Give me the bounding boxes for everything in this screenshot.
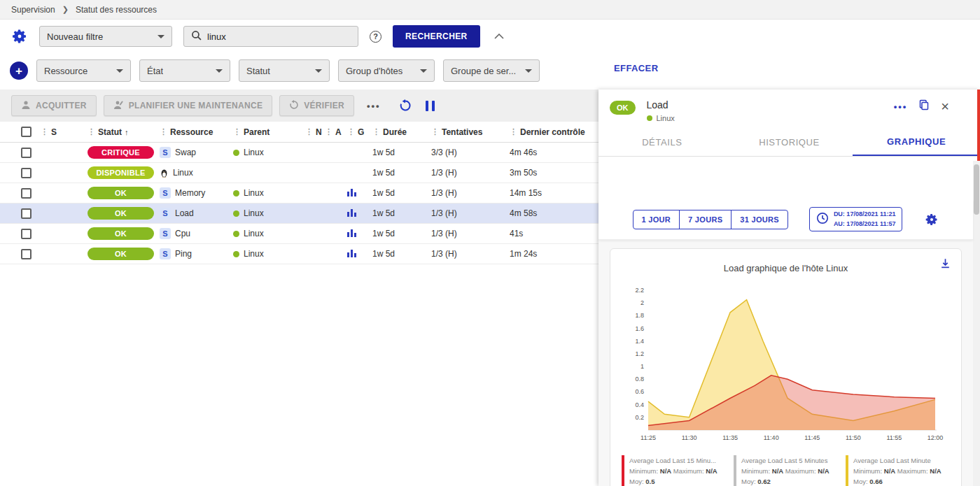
svg-text:11:25: 11:25 [640,434,656,441]
settings-gear-icon[interactable] [11,28,28,45]
panel-more-icon[interactable]: ••• [894,101,908,112]
last-check-cell: 3m 50s [510,168,598,178]
graph-icon[interactable] [347,208,356,219]
filter-servicegroup-select[interactable]: Groupe de ser... [443,59,540,82]
table-row[interactable]: OKSPingLinux1w 5d1/3 (H)1m 24s [0,244,598,264]
pause-icon[interactable] [424,101,437,111]
clear-filters-button[interactable]: EFFACER [614,63,658,73]
service-icon: S [160,147,171,158]
svg-text:1: 1 [640,363,644,370]
row-checkbox[interactable] [21,188,31,199]
graph-icon[interactable] [347,248,356,259]
panel-parent-name: Linux [657,114,675,122]
search-button[interactable]: RECHERCHER [393,25,480,48]
legend-item[interactable]: Average Load Last 15 Minu...Minimum: N/A… [622,455,725,486]
filter-status-select[interactable]: Statut [239,59,330,82]
column-label: Tentatives [442,127,482,137]
host-up-dot-icon [647,115,652,121]
table-row[interactable]: OKSLoadLinux1w 5d1/3 (H)4m 58s [0,203,598,224]
tab-history[interactable]: HISTORIQUE [726,128,853,156]
select-all-checkbox[interactable] [21,127,31,137]
table-header: S Statut↑ Ressource Parent N A G Durée T… [0,122,598,143]
graph-settings-gear-icon[interactable] [925,213,939,227]
table-row[interactable]: CRITIQUESSwapLinux1w 5d3/3 (H)4m 46s [0,143,598,163]
row-checkbox[interactable] [21,249,31,259]
duration-cell: 1w 5d [372,148,431,157]
breadcrumb-page[interactable]: Statut des ressources [76,5,157,15]
graph-icon[interactable] [347,187,356,199]
host-up-dot-icon [233,251,239,257]
range-31-days-button[interactable]: 31 JOURS [731,210,788,229]
panel-scrollbar[interactable] [973,161,980,486]
row-checkbox[interactable] [21,208,31,219]
column-header-parent[interactable]: Parent [233,127,305,137]
column-header-tries[interactable]: Tentatives [431,127,510,137]
table-row[interactable]: DISPONIBLELinux1w 5d1/3 (H)3m 50s [0,163,598,183]
status-badge: CRITIQUE [88,146,154,159]
graph-icon[interactable] [347,228,356,239]
copy-link-icon[interactable] [918,99,930,113]
last-check-cell: 4m 46s [510,148,598,157]
column-label: Parent [244,127,270,137]
legend-min-max: Minimum: N/A Maximum: N/A [741,466,837,476]
column-header-notes[interactable]: N [305,127,325,137]
host-up-dot-icon [233,150,239,156]
period-from: DU: 17/08/2021 11:21 [834,210,896,220]
acknowledge-button[interactable]: ACQUITTER [11,95,97,116]
saved-filter-select[interactable]: Nouveau filtre [39,26,172,47]
column-header-severity[interactable]: S [41,127,83,137]
breadcrumb-section[interactable]: Supervision [11,5,55,15]
legend-average: Moy: 0.62 [741,476,837,486]
scrollbar-thumb[interactable] [974,164,979,215]
legend-item[interactable]: Average Load Last MinuteMinimum: N/A Max… [846,455,949,486]
resource-name: Swap [175,148,196,157]
row-checkbox[interactable] [21,229,31,239]
more-actions-button[interactable]: ••• [361,101,386,111]
column-header-action[interactable]: A [325,127,347,137]
range-7-days-button[interactable]: 7 JOURS [679,210,731,229]
status-badge: DISPONIBLE [88,166,154,179]
help-icon[interactable]: ? [370,31,382,43]
parent-name: Linux [244,188,264,198]
filter-hostgroup-select[interactable]: Group d'hôtes [338,59,435,82]
column-label: A [335,127,342,137]
row-checkbox[interactable] [21,148,31,158]
tab-graph[interactable]: GRAPHIQUE [853,128,980,156]
sort-asc-icon: ↑ [125,128,129,136]
svg-text:1.6: 1.6 [635,325,644,332]
range-1-day-button[interactable]: 1 JOUR [634,210,680,229]
tries-cell: 1/3 (H) [431,229,510,238]
row-checkbox[interactable] [21,168,31,178]
table-row[interactable]: OKSMemoryLinux1w 5d1/3 (H)14m 15s [0,183,598,203]
search-box[interactable] [183,26,358,47]
duration-cell: 1w 5d [372,229,431,238]
column-header-status[interactable]: Statut↑ [83,127,160,137]
chevron-down-icon [116,69,123,73]
load-graph-card: Load graphique de l'hôte Linux 0.20.40.6… [610,248,962,486]
column-header-resource[interactable]: Ressource [160,127,233,137]
maintenance-person-icon [113,100,124,112]
filter-state-select[interactable]: État [139,59,230,82]
svg-text:12:00: 12:00 [927,434,944,441]
chevron-up-icon[interactable] [494,34,504,39]
column-header-graph[interactable]: G [347,127,372,137]
column-header-last-check[interactable]: Dernier contrôle [510,127,598,137]
search-input[interactable] [207,31,351,42]
svg-text:1.8: 1.8 [635,312,644,319]
add-criteria-icon[interactable]: + [10,62,28,80]
legend-item[interactable]: Average Load Last 5 MinutesMinimum: N/A … [734,455,837,486]
maintenance-button[interactable]: PLANIFIER UNE MAINTENANCE [104,95,273,116]
column-header-duration[interactable]: Durée [372,127,431,137]
table-row[interactable]: OKSCpuLinux1w 5d1/3 (H)41s [0,224,598,244]
service-icon: S [160,208,171,219]
load-chart[interactable]: 0.20.40.60.811.21.41.61.822.211:2511:301… [613,278,956,447]
filter-resource-select[interactable]: Ressource [36,59,131,82]
refresh-icon[interactable] [399,99,412,112]
parent-name: Linux [244,208,264,218]
close-icon[interactable]: × [941,99,949,113]
export-download-icon[interactable] [939,257,951,272]
tab-details[interactable]: DÉTAILS [598,128,726,156]
table-body: CRITIQUESSwapLinux1w 5d3/3 (H)4m 46sDISP… [0,143,598,264]
custom-period-button[interactable]: DU: 17/08/2021 11:21 AU: 17/08/2021 11:5… [809,207,903,231]
check-button[interactable]: VÉRIFIER [279,95,354,116]
